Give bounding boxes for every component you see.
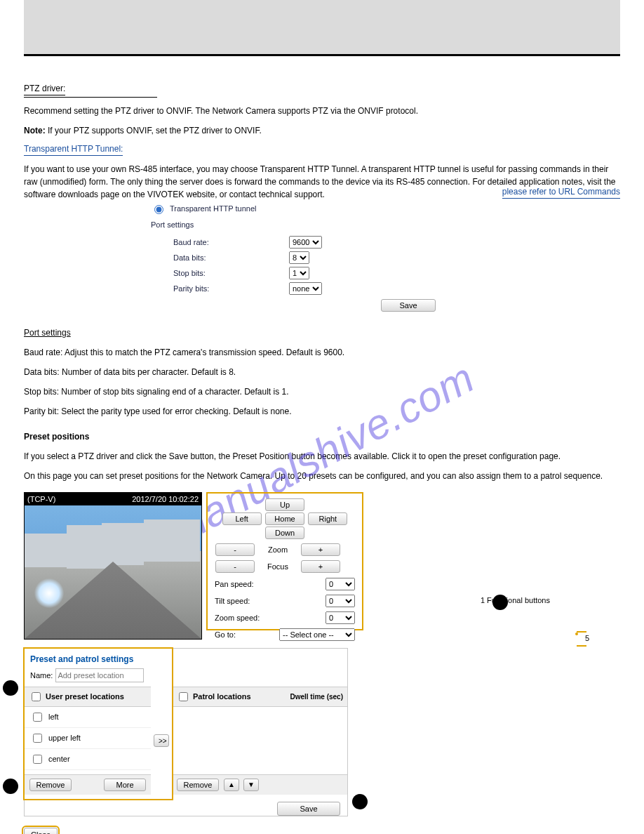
port-settings-group: Port settings [151,219,417,231]
home-button[interactable]: Home [265,512,304,525]
callout-text-1: 1 Functional buttons [481,595,550,607]
patrol-master-checkbox[interactable] [179,692,188,701]
move-down-button[interactable]: ▼ [243,779,259,791]
stop-bits-help: Stop bits: Number of stop bits signaling… [24,385,620,398]
user-preset-master-checkbox[interactable] [32,692,41,701]
divider [24,97,157,98]
tilt-speed-select[interactable]: 0 [326,595,355,607]
transparent-tunnel-panel: Transparent HTTP tunnel Port settings Ba… [24,201,410,312]
note-prefix: Note: [24,126,46,135]
close-button[interactable]: Close [24,828,58,834]
http-tunnel-desc: If you want to use your own RS-485 inter… [24,163,620,201]
parity-bits-help: Parity bit: Select the parity type used … [24,405,620,418]
right-button[interactable]: Right [308,512,347,525]
parity-bits-label: Parity bits: [151,283,289,295]
stop-bits-label: Stop bits: [151,267,289,279]
list-item: center [25,749,151,770]
left-button[interactable]: Left [222,512,262,525]
url-commands-link[interactable]: please refer to URL Commands [502,185,620,199]
goto-highlight-dot [575,633,578,635]
dwell-time-head: Dwell time (sec) [290,691,343,702]
tilt-speed-label: Tilt speed: [215,595,250,607]
focus-far-button[interactable]: + [301,560,340,573]
data-bits-help: Data bits: Number of data bits per chara… [24,366,620,378]
baud-rate-label: Baud rate: [151,237,289,249]
data-bits-select[interactable]: 8 [289,251,309,264]
callout-text-5: 5 [585,633,589,644]
zoom-speed-select[interactable]: 0 [326,611,355,624]
preset-checkbox[interactable] [33,734,42,743]
preset-panel-title: Preset and patrol settings [25,649,347,668]
direction-control-panel: Up Left Home Right Down - Zoom + - Focu [206,492,363,630]
up-button[interactable]: Up [265,498,304,511]
list-item: left [25,707,151,728]
zoom-label: Zoom [258,544,297,556]
preset-item-label: left [48,711,59,723]
pan-speed-select[interactable]: 0 [326,578,355,590]
timestamp-label: 2012/7/20 10:02:22 [132,494,199,505]
move-up-button[interactable]: ▲ [224,779,239,791]
ptz-driver-note: Note: If your PTZ supports ONVIF, set th… [24,124,620,137]
note-text: If your PTZ supports ONVIF, set the PTZ … [46,126,262,135]
goto-label: Go to: [215,629,236,641]
parity-bits-select[interactable]: none [289,282,322,295]
save-button[interactable]: Save [381,299,436,312]
building-shape [102,523,144,565]
preset-positions-heading: Preset positions [24,430,620,443]
building-shape [25,534,67,567]
http-tunnel-title: Transparent HTTP Tunnel: [24,143,123,156]
zoom-in-button[interactable]: + [301,543,340,556]
glare-shape [32,576,67,611]
user-preset-head: User preset locations [46,691,124,703]
user-preset-list: left upper left center lower left [25,707,151,774]
callout-dot-4 [352,794,368,809]
more-preset-button[interactable]: More [104,779,146,791]
remove-preset-button[interactable]: Remove [29,779,72,791]
preset-item-label: upper left [48,732,81,744]
focus-near-button[interactable]: - [215,560,255,573]
ptz-driver-desc: Recommend setting the PTZ driver to ONVI… [24,105,620,117]
down-button[interactable]: Down [265,527,304,539]
header-grey-bar [24,0,620,56]
ptz-driver-title: PTZ driver: [24,82,65,95]
zoom-speed-label: Zoom speed: [215,612,260,624]
building-shape [144,519,200,562]
preset-name-input[interactable] [55,668,144,682]
preset-patrol-panel: Preset and patrol settings Name: User pr… [24,648,348,816]
preset-name-label: Name: [30,670,53,682]
baud-rate-select[interactable]: 9600 [289,236,322,249]
callout-dot-3 [3,779,18,794]
remove-patrol-button[interactable]: Remove [177,779,219,791]
stop-bits-select[interactable]: 1 [289,267,309,279]
save-presets-button[interactable]: Save [277,802,340,816]
preset-intro-1: If you select a PTZ driver and click the… [24,450,620,463]
data-bits-label: Data bits: [151,252,289,264]
patrol-head: Patrol locations [193,691,251,703]
patrol-list [172,707,347,774]
focus-label: Focus [258,561,297,573]
callout-dot-2 [3,680,18,696]
preset-item-label: center [48,753,70,765]
transparent-tunnel-radio-label: Transparent HTTP tunnel [170,203,257,215]
port-settings-heading: Port settings [24,326,620,339]
baud-rate-help: Baud rate: Adjust this to match the PTZ … [24,346,620,359]
live-preview: (TCP-V) 2012/7/20 10:02:22 [24,492,202,640]
section-ptz-driver: PTZ driver: [24,66,620,98]
list-item: upper left [25,728,151,749]
goto-select[interactable]: -- Select one -- [279,628,355,641]
section-http-tunnel: Transparent HTTP Tunnel: [24,143,620,156]
add-to-patrol-button[interactable]: >> [154,734,169,747]
preset-checkbox[interactable] [33,755,42,764]
zoom-out-button[interactable]: - [215,543,255,556]
preset-intro-2: On this page you can set preset position… [24,470,620,482]
stream-mode-label: (TCP-V) [27,494,55,505]
preset-checkbox[interactable] [33,713,42,722]
pan-speed-label: Pan speed: [215,578,254,590]
transparent-tunnel-radio[interactable] [154,205,163,214]
